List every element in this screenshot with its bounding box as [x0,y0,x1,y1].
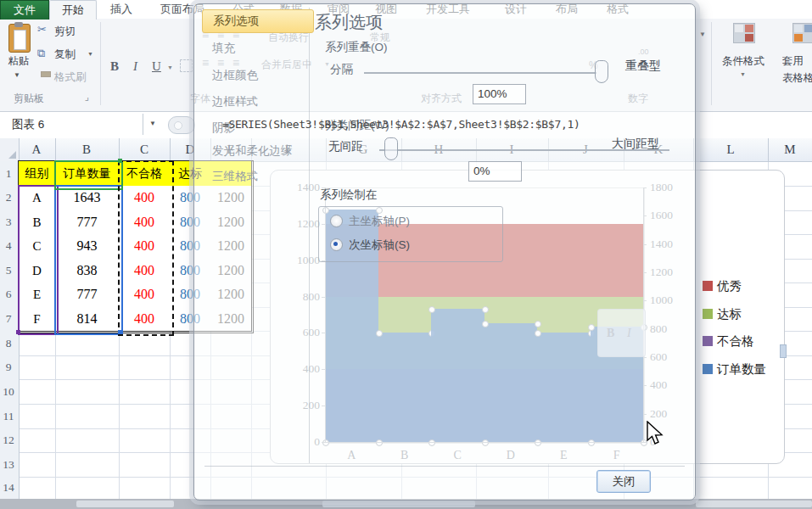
row-header-9[interactable]: 9 [0,355,17,379]
column-header-M[interactable]: M [773,138,807,161]
series-overlap-max-label: 重叠型 [625,59,661,74]
paste-dropdown-icon[interactable]: ▼ [14,71,20,79]
dialog-nav-item[interactable]: 填充 [212,41,235,56]
underline-dropdown-icon[interactable]: ▼ [167,64,173,70]
format-as-table-label-1: 套用 [782,54,812,69]
name-box-dropdown-icon[interactable]: ▼ [149,120,156,127]
copy-icon: ⧉ [37,47,45,60]
underline-button[interactable]: U [152,59,161,74]
gap-width-slider-thumb[interactable] [384,137,398,160]
format-as-table-icon [792,23,812,43]
conditional-formatting-button[interactable]: 条件格式 [711,54,776,69]
legend-swatch-达标 [703,309,713,319]
series-overlap-slider-thumb[interactable] [595,60,608,83]
gap-width-min-label: 无间距 [328,139,363,154]
dialog-footer-separator [204,466,685,467]
fx-button[interactable] [168,116,195,134]
paste-label: 粘贴 [2,54,36,69]
legend-label-订单数量[interactable]: 订单数量 [717,361,766,378]
row-header-3[interactable]: 3 [0,210,17,235]
series-overlap-value-input[interactable]: 100% [473,84,526,104]
close-button[interactable]: 关闭 [596,470,651,493]
scissors-icon: ✂ [37,23,47,36]
dialog-nav-item[interactable]: 三维格式 [212,169,258,184]
format-painter-icon [41,71,51,77]
name-box-value: 图表 6 [12,114,44,135]
dialog-nav-item[interactable]: 发光和柔化边缘 [212,143,293,159]
column-header-C[interactable]: C [127,138,161,161]
plot-series-on-groupbox [318,206,503,262]
copy-dropdown-icon[interactable]: ▼ [87,51,93,57]
column-header-sep [119,138,120,161]
formula-input[interactable]: =SERIES(Sheet3!$B$1,Sheet3!$A$2:$A$7,She… [222,116,580,133]
row-header-7[interactable]: 7 [0,307,17,332]
format-as-table-label-2: 表格格 [782,71,812,83]
row-header-13[interactable]: 13 [0,452,17,477]
legend-label-优秀[interactable]: 优秀 [717,278,742,294]
row-header-12[interactable]: 12 [0,428,17,452]
dialog-title: 系列选项 [315,11,383,34]
selection-handle [118,330,122,334]
tab-开始[interactable]: 开始 [49,0,97,20]
copy-button[interactable]: 复制 [54,48,76,62]
column-header-B[interactable]: B [70,138,104,161]
dialog-nav-item[interactable]: 边框样式 [212,94,258,109]
row-header-1[interactable]: 1 [0,161,17,186]
ribbon-scroll-icon[interactable]: ▼ [699,31,706,38]
legend-swatch-订单数量 [703,364,713,374]
italic-button[interactable]: I [133,59,137,74]
column-header-L[interactable]: L [714,138,748,161]
gap-width-value-input[interactable]: 0% [468,161,522,182]
clipboard-group-label: 剪贴板 [14,92,44,106]
legend-label-达标[interactable]: 达标 [717,306,742,322]
tab-file[interactable]: 文件 [0,0,49,20]
selection-border-seriesname [54,160,123,190]
chart-resize-handle[interactable] [780,344,787,358]
column-header-sep [768,138,769,161]
row-header-10[interactable]: 10 [0,379,17,404]
series-overlap-slider-track[interactable] [364,72,596,74]
selection-border-values [54,185,123,335]
row-header-2[interactable]: 2 [0,186,17,210]
series-overlap-min-label: 分隔 [330,62,353,77]
excel-window: 粘贴 ▼ ✂ 剪切 ⧉ 复制 ▼ 格式刷 剪贴板 ⌟ B I U ▼ 字体 ≡ … [0,0,812,509]
row-header-11[interactable]: 11 [0,404,17,428]
header-cell-A1[interactable]: 组别 [19,161,56,187]
tab-插入[interactable]: 插入 [98,0,144,19]
primary-axis-label[interactable]: 主坐标轴(P) [349,214,410,229]
row-header-8[interactable]: 8 [0,331,17,355]
row-header-4[interactable]: 4 [0,234,17,259]
selection-border-categories [18,185,59,335]
border-button-icon[interactable] [180,59,193,72]
mouse-cursor [647,421,665,450]
bold-button[interactable]: B [110,59,119,74]
column-header-sep [170,138,171,161]
cut-button[interactable]: 剪切 [54,25,76,39]
column-header-sep [55,138,56,161]
dialog-nav-item-active[interactable]: 系列选项 [202,9,314,33]
format-painter-button[interactable]: 格式刷 [54,70,87,85]
selection-handle [16,330,20,334]
conditional-formatting-icon [733,23,755,43]
legend-swatch-优秀 [703,281,713,291]
primary-axis-radio[interactable] [330,215,343,227]
row-header-5[interactable]: 5 [0,259,17,283]
dialog-nav-separator [309,8,310,463]
row-header-6[interactable]: 6 [0,282,17,307]
conditional-dropdown-icon[interactable]: ▼ [740,71,746,77]
column-header-A[interactable]: A [20,138,53,161]
plot-series-on-label: 系列绘制在 [320,187,378,203]
row-header-14[interactable]: 14 [0,477,17,499]
clipboard-icon [8,24,31,53]
corner-triangle-icon [8,151,16,159]
secondary-axis-radio[interactable] [330,238,343,251]
legend-label-不合格[interactable]: 不合格 [717,333,754,350]
legend-swatch-不合格 [703,336,713,346]
dialog-nav-item[interactable]: 边框颜色 [212,68,258,83]
gap-width-max-label: 大间距型 [612,137,659,152]
secondary-axis-label[interactable]: 次坐标轴(S) [349,238,410,253]
selection-border-copied [118,160,174,336]
format-as-table-button[interactable]: 套用 表格格 [782,54,812,83]
clipboard-launcher-icon[interactable]: ⌟ [85,92,89,103]
name-box[interactable]: 图表 6 [0,114,143,135]
